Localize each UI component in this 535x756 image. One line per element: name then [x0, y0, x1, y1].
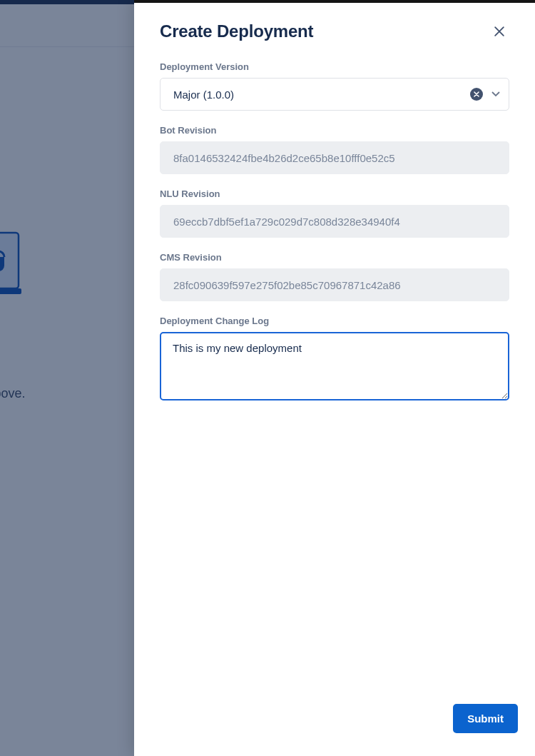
- create-deployment-drawer: Create Deployment Deployment Version Maj…: [134, 0, 535, 756]
- deployment-version-select[interactable]: Major (1.0.0): [160, 78, 509, 111]
- drawer-header: Create Deployment: [134, 3, 535, 54]
- label-changelog: Deployment Change Log: [160, 316, 509, 326]
- field-deployment-version: Deployment Version Major (1.0.0): [160, 61, 509, 111]
- field-bot-revision: Bot Revision: [160, 125, 509, 174]
- chevron-down-icon: [491, 91, 500, 97]
- drawer-title: Create Deployment: [160, 21, 313, 41]
- x-circle-icon: [473, 91, 480, 98]
- label-nlu-revision: NLU Revision: [160, 188, 509, 199]
- field-nlu-revision: NLU Revision: [160, 188, 509, 238]
- field-changelog: Deployment Change Log: [160, 316, 509, 403]
- nlu-revision-input[interactable]: [160, 205, 509, 238]
- bot-revision-input[interactable]: [160, 141, 509, 174]
- drawer-body: Deployment Version Major (1.0.0): [134, 54, 535, 691]
- deployment-version-value: Major (1.0.0): [173, 89, 234, 101]
- close-icon: [492, 24, 506, 39]
- cms-revision-input[interactable]: [160, 268, 509, 301]
- field-cms-revision: CMS Revision: [160, 252, 509, 301]
- label-bot-revision: Bot Revision: [160, 125, 509, 136]
- clear-selection-button[interactable]: [470, 88, 483, 101]
- changelog-textarea[interactable]: [160, 332, 509, 400]
- label-cms-revision: CMS Revision: [160, 252, 509, 263]
- select-controls: [470, 79, 501, 110]
- close-button[interactable]: [489, 21, 509, 41]
- dropdown-caret[interactable]: [490, 89, 501, 100]
- label-deployment-version: Deployment Version: [160, 61, 509, 72]
- drawer-footer: Submit: [134, 691, 535, 756]
- submit-button[interactable]: Submit: [453, 704, 518, 733]
